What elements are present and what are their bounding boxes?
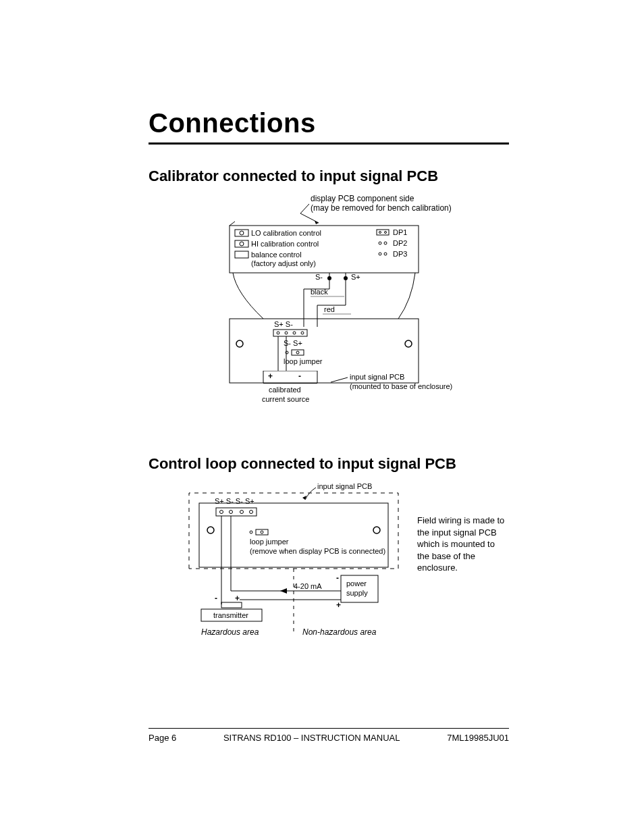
s-plus-top: S+ — [351, 273, 360, 281]
signal-label: 4-20 mA — [294, 582, 322, 590]
svg-point-28 — [277, 332, 279, 334]
svg-point-46 — [220, 511, 223, 514]
dp1-label: DP1 — [393, 228, 407, 236]
ps-1: power — [346, 579, 367, 588]
footer-page: Page 6 — [149, 733, 176, 743]
svg-point-31 — [301, 332, 304, 334]
svg-point-12 — [379, 253, 381, 255]
svg-point-13 — [384, 253, 387, 255]
minus-ps: - — [336, 573, 339, 583]
plus-1: + — [268, 371, 273, 381]
sp-sm-left: S+ S- — [274, 320, 293, 328]
svg-point-47 — [230, 511, 233, 514]
red-label: red — [324, 305, 335, 313]
hi-cal-label: HI calibration control — [251, 240, 319, 248]
footer: Page 6 SITRANS RD100 – INSTRUCTION MANUA… — [149, 728, 509, 743]
svg-point-25 — [236, 340, 243, 347]
minus-1: - — [298, 371, 301, 381]
figure-control-loop: input signal PCB S+ S- S- S+ loop — [149, 479, 509, 655]
svg-rect-37 — [263, 383, 317, 384]
footer-right: 7ML19985JU01 — [447, 733, 509, 743]
svg-point-52 — [261, 531, 263, 533]
svg-point-36 — [296, 351, 299, 354]
svg-rect-35 — [292, 350, 304, 355]
black-label: black — [311, 288, 328, 296]
svg-rect-51 — [256, 529, 268, 535]
figure-calibrator: display PCB component side (may be remov… — [149, 192, 509, 415]
svg-point-26 — [405, 340, 412, 347]
section1-heading: Calibrator connected to input signal PCB — [149, 167, 509, 185]
svg-rect-40 — [263, 371, 317, 371]
svg-point-44 — [373, 527, 380, 533]
plus-tx: + — [235, 594, 240, 603]
svg-point-8 — [379, 232, 381, 234]
calib-src-1: calibrated — [269, 386, 301, 394]
svg-point-5 — [240, 242, 244, 246]
svg-rect-45 — [216, 508, 257, 516]
lo-cal-label: LO calibration control — [251, 229, 321, 237]
svg-point-29 — [285, 332, 288, 334]
display-pcb-label-2: (may be removed for bench calibration) — [311, 203, 452, 213]
transmitter-label: transmitter — [213, 611, 248, 619]
svg-point-10 — [379, 242, 381, 244]
terminals-2: S+ S- S- S+ — [215, 497, 254, 505]
svg-rect-7 — [377, 230, 389, 235]
svg-rect-6 — [235, 251, 248, 258]
svg-rect-58 — [221, 602, 242, 608]
plus-ps: + — [336, 600, 341, 610]
nonhaz-label: Non-hazardous area — [302, 627, 377, 637]
page-title: Connections — [149, 108, 509, 138]
loop-jumper-2: loop jumper — [250, 538, 289, 546]
display-pcb-label-1: display PCB component side — [311, 194, 414, 203]
bal-label: balance control — [251, 251, 302, 259]
svg-point-49 — [250, 511, 253, 514]
svg-line-41 — [331, 377, 348, 382]
calib-src-2: current source — [262, 395, 309, 403]
sm-sp-mid: S- S+ — [284, 339, 302, 347]
ps-2: supply — [346, 589, 368, 597]
bal-note: (factory adjust only) — [251, 259, 316, 267]
svg-line-1 — [230, 221, 235, 226]
svg-point-9 — [385, 232, 387, 234]
dp3-label: DP3 — [393, 250, 407, 258]
svg-rect-27 — [273, 330, 307, 336]
svg-rect-42 — [199, 503, 388, 567]
input-pcb-2: input signal PCB — [317, 482, 372, 490]
s-minus-top: S- — [315, 273, 323, 281]
svg-point-50 — [250, 531, 252, 533]
side-paragraph: Field wiring is made to the input signal… — [417, 515, 505, 574]
loop-jumper-1: loop jumper — [284, 357, 323, 365]
svg-point-11 — [384, 242, 387, 244]
svg-point-48 — [240, 511, 244, 514]
svg-point-43 — [207, 527, 214, 533]
minus-tx: - — [215, 594, 217, 603]
input-pcb-1: input signal PCB — [350, 373, 404, 381]
haz-label: Hazardous area — [201, 627, 259, 637]
input-pcb-note-1: (mounted to base of enclosure) — [350, 382, 452, 390]
svg-point-3 — [240, 231, 244, 235]
section2-heading: Control loop connected to input signal P… — [149, 455, 509, 473]
dp2-label: DP2 — [393, 239, 407, 247]
loop-jumper-note: (remove when display PCB is connected) — [250, 547, 385, 555]
footer-center: SITRANS RD100 – INSTRUCTION MANUAL — [223, 733, 400, 743]
svg-point-30 — [293, 332, 296, 334]
title-rule — [149, 142, 509, 145]
